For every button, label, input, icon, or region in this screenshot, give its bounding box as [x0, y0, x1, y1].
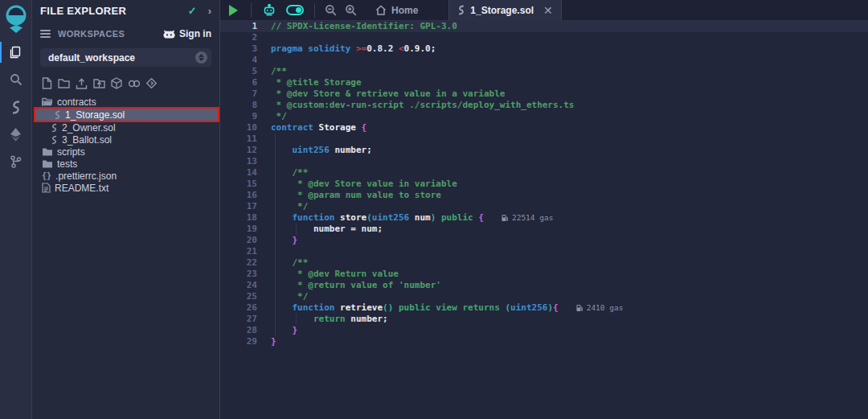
code-line-24[interactable]: 24 * @return value of 'number'	[220, 280, 868, 291]
code-line-27[interactable]: 27 return number;	[220, 314, 868, 325]
line-number: 20	[220, 235, 257, 246]
code-line-5[interactable]: 5/**	[220, 66, 868, 77]
code-line-10[interactable]: 10contract Storage {	[220, 122, 868, 134]
tree-item-label: 2_Owner.sol	[62, 122, 116, 134]
zoom-out-icon[interactable]	[325, 0, 337, 21]
code-line-29[interactable]: 29}	[220, 336, 868, 347]
line-content: */	[257, 111, 287, 122]
code-line-17[interactable]: 17 */	[220, 201, 868, 212]
code-editor[interactable]: 1// SPDX-License-Identifier: GPL-3.023pr…	[220, 21, 868, 419]
code-line-2[interactable]: 2	[220, 32, 868, 43]
upload-folder-icon[interactable]	[93, 78, 105, 88]
code-line-9[interactable]: 9 */	[220, 111, 868, 122]
line-number: 12	[220, 145, 257, 156]
panel-title: FILE EXPLORER	[40, 5, 188, 17]
code-line-12[interactable]: 12 uint256 number;	[220, 145, 868, 156]
line-number: 10	[220, 122, 257, 134]
line-content: * @title Storage	[257, 77, 362, 88]
tab-home[interactable]: Home	[366, 0, 428, 21]
sign-in-button[interactable]: Sign in	[163, 28, 211, 39]
code-line-15[interactable]: 15 * @dev Store value in variable	[220, 179, 868, 190]
check-icon[interactable]: ✓	[188, 5, 197, 17]
code-line-4[interactable]: 4	[220, 55, 868, 66]
code-line-16[interactable]: 16 * @param num value to store	[220, 190, 868, 201]
indent-guide	[296, 224, 297, 235]
line-number: 27	[220, 314, 257, 325]
solidity-icon	[51, 123, 58, 133]
toolbar-separator	[314, 3, 315, 18]
code-line-23[interactable]: 23 * @dev Return value	[220, 269, 868, 280]
gist-icon[interactable]	[146, 78, 157, 88]
code-line-18[interactable]: 18 function store(uint256 num) public {2…	[220, 212, 868, 224]
folder-icon	[42, 159, 53, 169]
maximize-toggle[interactable]	[281, 0, 309, 21]
code-line-26[interactable]: 26 function retrieve() public view retur…	[220, 302, 868, 314]
line-content: * @dev Return value	[257, 269, 399, 280]
link-icon[interactable]	[128, 79, 141, 88]
line-number: 14	[220, 167, 257, 179]
line-content: */	[257, 291, 308, 302]
line-content: function store(uint256 num) public {2251…	[257, 212, 553, 224]
deploy-run-icon[interactable]	[0, 121, 32, 148]
line-number: 3	[220, 43, 257, 55]
line-number: 1	[220, 21, 257, 32]
line-content	[257, 156, 271, 167]
code-line-21[interactable]: 21	[220, 246, 868, 257]
tree-item-1-storage-sol[interactable]: 1_Storage.sol	[35, 109, 218, 121]
solidity-compiler-icon[interactable]	[0, 93, 32, 121]
workspace-selected: default_workspace	[48, 52, 195, 64]
workspaces-label: WORKSPACES	[58, 29, 163, 39]
tree-item-label: 3_Ballot.sol	[62, 134, 112, 146]
home-icon	[375, 5, 387, 15]
code-line-6[interactable]: 6 * @title Storage	[220, 77, 868, 88]
tree-item-2-owner-sol[interactable]: 2_Owner.sol	[32, 121, 219, 134]
code-line-14[interactable]: 14 /**	[220, 167, 868, 179]
line-content: return number;	[257, 314, 388, 325]
close-icon[interactable]: ✕	[543, 5, 553, 16]
folder-icon	[42, 147, 53, 157]
run-script-icon[interactable]	[229, 0, 238, 21]
tree-item-readme-txt[interactable]: README.txt	[32, 182, 219, 194]
new-folder-icon[interactable]	[58, 78, 70, 88]
upload-file-icon[interactable]	[76, 78, 88, 89]
line-content	[257, 134, 271, 145]
remix-logo[interactable]	[0, 0, 32, 39]
tree-item-3-ballot-sol[interactable]: 3_Ballot.sol	[32, 134, 219, 146]
code-line-25[interactable]: 25 */	[220, 291, 868, 302]
tree-item-tests[interactable]: tests	[32, 158, 219, 170]
line-number: 21	[220, 246, 257, 257]
solidity-icon	[51, 135, 58, 145]
ipfs-icon[interactable]	[111, 77, 122, 89]
code-line-28[interactable]: 28 }	[220, 325, 868, 336]
code-line-11[interactable]: 11	[220, 134, 868, 145]
zoom-in-icon[interactable]	[345, 0, 357, 21]
code-line-3[interactable]: 3pragma solidity >=0.8.2 <0.9.0;	[220, 43, 868, 55]
chevron-right-icon[interactable]: ›	[208, 5, 211, 17]
activity-bar	[0, 0, 32, 419]
code-line-13[interactable]: 13	[220, 156, 868, 167]
workspaces-menu-icon[interactable]	[40, 30, 51, 38]
code-line-8[interactable]: 8 * @custom:dev-run-script ./scripts/dep…	[220, 100, 868, 111]
search-icon[interactable]	[0, 66, 32, 93]
code-line-19[interactable]: 19 number = num;	[220, 224, 868, 235]
code-line-7[interactable]: 7 * @dev Store & retrieve value in a var…	[220, 88, 868, 100]
code-line-20[interactable]: 20 }	[220, 235, 868, 246]
file-explorer-icon[interactable]	[0, 39, 32, 66]
line-number: 17	[220, 201, 257, 212]
git-icon[interactable]	[0, 148, 32, 175]
tree-item-scripts[interactable]: scripts	[32, 146, 219, 158]
tab-storage-sol[interactable]: 1_Storage.sol ✕	[448, 0, 561, 21]
tree-item--prettierrc-json[interactable]: {}.prettierrc.json	[32, 170, 219, 182]
line-content: /**	[257, 257, 308, 269]
line-content: contract Storage {	[257, 122, 366, 134]
workspace-dropdown[interactable]: default_workspace	[40, 48, 211, 67]
line-content: * @param num value to store	[257, 190, 441, 201]
code-line-22[interactable]: 22 /**	[220, 257, 868, 269]
workspace-stepper-icon[interactable]	[195, 51, 207, 64]
new-file-icon[interactable]	[42, 77, 52, 89]
solidity-icon	[54, 110, 61, 120]
line-number: 29	[220, 336, 257, 347]
ai-assistant-icon[interactable]	[262, 0, 276, 21]
tree-item-contracts[interactable]: contracts	[32, 96, 219, 108]
code-line-1[interactable]: 1// SPDX-License-Identifier: GPL-3.0	[220, 21, 868, 32]
